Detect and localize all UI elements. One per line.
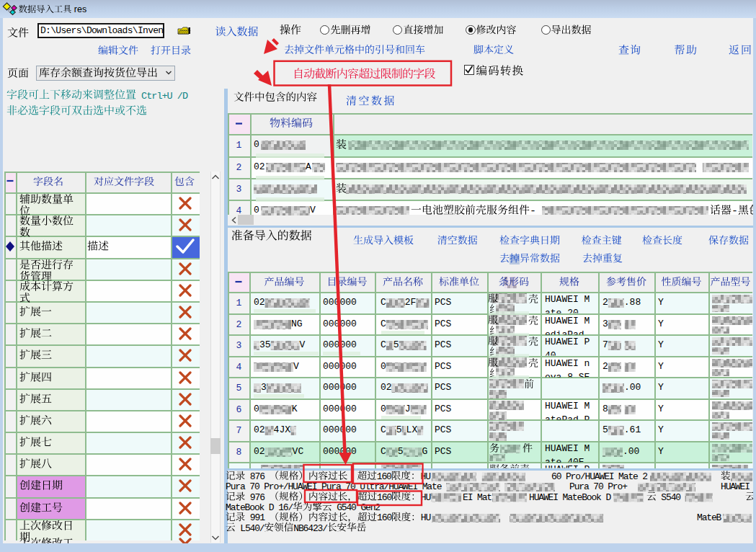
svg-text:Ctrl+U /D: Ctrl+U /D (136, 91, 188, 102)
svg-text:S540: S540 (657, 492, 685, 503)
svg-text:HUAWEI MateBook D: HUAWEI MateBook D (529, 492, 611, 503)
svg-text:PCS: PCS (435, 339, 452, 350)
svg-text:PCS: PCS (435, 297, 452, 308)
svg-text:160: 160 (377, 492, 391, 503)
svg-text:02: 02 (254, 446, 265, 457)
svg-text:1: 1 (236, 298, 242, 308)
svg-text:2F: 2F (405, 297, 417, 308)
svg-text:Y: Y (658, 446, 664, 457)
svg-text:Y: Y (658, 319, 664, 329)
svg-text:HUAWEI M: HUAWEI M (545, 401, 590, 411)
svg-text:PCS: PCS (435, 404, 452, 414)
svg-text:5: 5 (396, 424, 402, 435)
svg-text:2: 2 (602, 361, 608, 372)
svg-text:000000: 000000 (323, 382, 357, 393)
svg-text:2: 2 (236, 319, 242, 330)
svg-text:8: 8 (236, 447, 242, 458)
svg-text:.61: .61 (624, 424, 641, 435)
svg-text:LX: LX (406, 424, 418, 435)
svg-text:4: 4 (236, 205, 242, 216)
svg-text:0: 0 (381, 361, 386, 372)
svg-text:991: 991 (245, 512, 269, 523)
svg-text:.00: .00 (624, 382, 641, 393)
svg-text:000000: 000000 (323, 446, 357, 457)
svg-text:Pura 70 Pro+: Pura 70 Pro+ (569, 481, 628, 492)
svg-text:G540 Gen2: G540 Gen2 (332, 502, 381, 513)
svg-text:1: 1 (236, 140, 242, 151)
svg-text:res: res (71, 4, 86, 14)
svg-text:PCS: PCS (435, 382, 452, 393)
svg-text:C: C (381, 339, 386, 350)
svg-text:HUAWEI M: HUAWEI M (545, 443, 590, 454)
svg-text:7: 7 (236, 425, 242, 436)
svg-text:5: 5 (236, 383, 242, 393)
svg-text:5: 5 (393, 339, 399, 350)
svg-text:D:\Users\Downloads\Inven: D:\Users\Downloads\Inven (40, 25, 163, 36)
svg-text:V: V (310, 205, 316, 215)
svg-text:HUAWEI P: HUAWEI P (545, 337, 590, 347)
svg-text:02: 02 (254, 424, 265, 435)
svg-text:MateBook D 16/: MateBook D 16/ (226, 502, 293, 513)
svg-text:C: C (381, 424, 386, 435)
svg-text:K: K (292, 404, 298, 414)
svg-text:.88: .88 (624, 297, 641, 308)
svg-text:35: 35 (259, 339, 271, 350)
svg-text:0: 0 (381, 404, 386, 414)
svg-text:5: 5 (398, 446, 404, 457)
svg-text:0: 0 (254, 205, 259, 215)
svg-text:3: 3 (261, 382, 267, 393)
svg-text:L540/: L540/ (236, 523, 265, 534)
svg-text:4: 4 (236, 362, 242, 373)
svg-text:60 Pro/HUAWEI Mate 2: 60 Pro/HUAWEI Mate 2 (551, 471, 647, 482)
svg-text:VC: VC (293, 446, 304, 457)
svg-text:A: A (306, 161, 311, 172)
svg-text:8: 8 (602, 404, 608, 414)
svg-text:PCS: PCS (435, 361, 452, 372)
svg-text:HUAWEI n: HUAWEI n (545, 358, 590, 369)
svg-text:Y: Y (658, 297, 664, 308)
svg-text:3: 3 (236, 184, 242, 195)
svg-text:876: 876 (245, 471, 269, 482)
svg-text:.00: .00 (623, 446, 639, 457)
svg-text:000000: 000000 (323, 404, 357, 414)
svg-text:3: 3 (602, 319, 608, 329)
svg-text:NB6423/: NB6423/ (293, 523, 328, 534)
svg-text:-: - (731, 205, 738, 218)
svg-text:-: - (530, 205, 536, 218)
svg-text:2: 2 (236, 162, 242, 173)
svg-text:000000: 000000 (323, 424, 357, 435)
svg-text:02: 02 (254, 161, 265, 172)
svg-text:Y: Y (658, 404, 664, 414)
svg-text:HUAWEI M: HUAWEI M (545, 294, 590, 305)
svg-text:J: J (405, 404, 411, 414)
svg-text:HUAWEI M: HUAWEI M (545, 316, 590, 326)
svg-text:C: C (381, 297, 386, 308)
svg-text:3: 3 (236, 340, 242, 351)
svg-text:Y: Y (658, 424, 664, 435)
svg-text:160: 160 (377, 471, 391, 482)
svg-text:02: 02 (254, 297, 265, 308)
svg-text:Y: Y (658, 339, 664, 350)
svg-text:6: 6 (236, 404, 242, 415)
svg-text:NG: NG (291, 319, 303, 329)
svg-text:5: 5 (602, 424, 608, 435)
svg-text:C: C (381, 446, 386, 457)
svg-text:4JX: 4JX (274, 424, 291, 435)
svg-text:0: 0 (254, 139, 259, 150)
svg-text:7: 7 (602, 339, 608, 350)
svg-text:PCS: PCS (435, 424, 452, 435)
svg-text:atePad P: atePad P (545, 414, 590, 425)
svg-text:EI Mat: EI Mat (463, 492, 492, 503)
svg-text:2: 2 (602, 297, 608, 308)
svg-text:V: V (300, 339, 306, 350)
svg-text:0: 0 (254, 404, 259, 414)
svg-text:PCS: PCS (435, 319, 452, 329)
svg-text:HUAWEI: HUAWEI (721, 481, 750, 492)
svg-text:ova 8 SE: ova 8 SE (545, 372, 590, 383)
svg-text:V: V (293, 361, 299, 372)
svg-text:160: 160 (377, 512, 391, 523)
svg-text:G: G (422, 446, 428, 457)
svg-text:Y: Y (658, 361, 664, 372)
svg-text:HU: HU (421, 512, 431, 523)
svg-text:976: 976 (245, 492, 269, 503)
